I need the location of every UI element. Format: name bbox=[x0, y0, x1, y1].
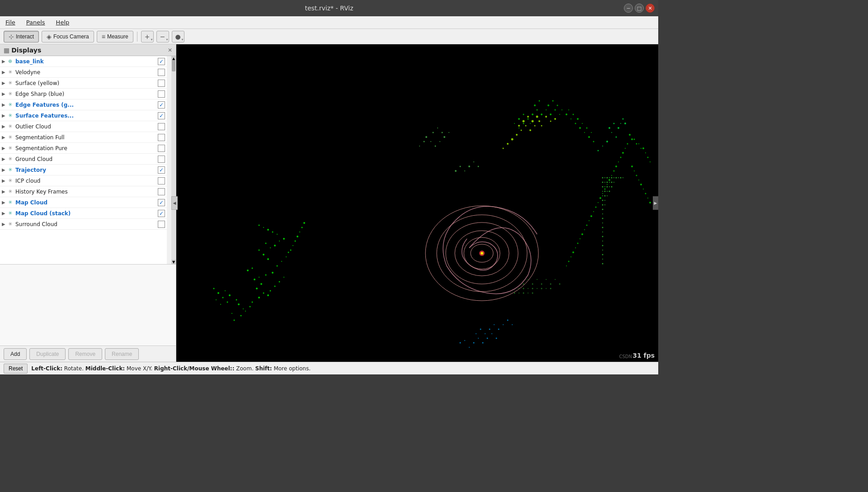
collapse-left-button[interactable]: ◀ bbox=[171, 196, 178, 210]
display-item-icp-cloud[interactable]: ▶ ✳ ICP cloud bbox=[0, 175, 167, 186]
display-checkbox-velodyne[interactable] bbox=[158, 69, 165, 76]
rename-button[interactable]: Rename bbox=[105, 348, 139, 360]
svg-point-63 bbox=[555, 109, 556, 111]
collapse-right-button[interactable]: ▶ bbox=[653, 196, 658, 210]
display-item-edge-sharp-blue[interactable]: ▶ ✳ Edge Sharp (blue) bbox=[0, 89, 167, 99]
display-checkbox-edge-features[interactable]: ✓ bbox=[158, 101, 165, 109]
display-item-map-cloud-stack[interactable]: ▶ ✳ Map Cloud (stack) ✓ bbox=[0, 208, 167, 219]
svg-point-209 bbox=[604, 186, 605, 187]
viewport[interactable]: ▶ 31 fps CSDN bbox=[176, 44, 658, 362]
display-item-surround-cloud[interactable]: ▶ ✳ Surround Cloud bbox=[0, 219, 167, 230]
watermark-text: CSDN bbox=[619, 354, 632, 359]
display-item-surface-yellow[interactable]: ▶ ✳ Surface (yellow) bbox=[0, 78, 167, 89]
svg-point-135 bbox=[647, 198, 648, 199]
display-checkbox-edge-sharp-blue[interactable] bbox=[158, 90, 165, 98]
reset-button[interactable]: Reset bbox=[4, 364, 28, 374]
display-list: ▶ ⊕ base_link ✓ ▶ ✳ Velodyne ▶ ✳ Surface… bbox=[0, 56, 167, 264]
menu-panels[interactable]: Panels bbox=[24, 18, 47, 27]
display-checkbox-surround-cloud[interactable] bbox=[158, 221, 165, 228]
display-item-map-cloud[interactable]: ▶ ✳ Map Cloud ✓ bbox=[0, 197, 167, 208]
display-item-segmentation-full[interactable]: ▶ ✳ Segmentation Full bbox=[0, 132, 167, 143]
svg-point-102 bbox=[622, 152, 624, 154]
interact-button[interactable]: ⊹ Interact bbox=[4, 31, 39, 43]
svg-point-96 bbox=[634, 139, 635, 140]
measure-label: Measure bbox=[107, 33, 128, 40]
svg-point-202 bbox=[602, 182, 604, 183]
minus-button[interactable]: − ▾ bbox=[156, 31, 169, 43]
svg-point-42 bbox=[297, 236, 298, 237]
display-checkbox-icp-cloud[interactable] bbox=[158, 177, 165, 184]
display-type-icon-base-link: ⊕ bbox=[8, 58, 15, 64]
display-item-trajectory[interactable]: ▶ ✳ Trajectory ✓ bbox=[0, 165, 167, 175]
scroll-down-arrow[interactable]: ▼ bbox=[171, 260, 176, 264]
display-checkbox-map-cloud-stack[interactable]: ✓ bbox=[158, 210, 165, 217]
dot-button[interactable]: ● ▾ bbox=[172, 31, 184, 43]
svg-point-144 bbox=[525, 125, 527, 127]
display-list-scrollbar[interactable]: ▲ ▼ bbox=[171, 56, 176, 264]
svg-point-77 bbox=[523, 114, 524, 115]
measure-button[interactable]: ≡ Measure bbox=[97, 31, 133, 43]
maximize-button[interactable]: □ bbox=[635, 4, 644, 13]
display-item-base-link[interactable]: ▶ ⊕ base_link ✓ bbox=[0, 56, 167, 67]
middle-click-action: Move X/Y. bbox=[127, 365, 154, 372]
display-item-history-key-frames[interactable]: ▶ ✳ History Key Frames bbox=[0, 186, 167, 197]
svg-point-39 bbox=[290, 250, 292, 251]
display-checkbox-segmentation-pure[interactable] bbox=[158, 145, 165, 152]
add-button[interactable]: Add bbox=[4, 348, 27, 360]
display-item-surface-features[interactable]: ▶ ✳ Surface Features... ✓ bbox=[0, 110, 167, 121]
display-checkbox-ground-cloud[interactable] bbox=[158, 156, 165, 163]
focus-camera-label: Focus Camera bbox=[53, 33, 89, 40]
focus-camera-button[interactable]: ◈ Focus Camera bbox=[42, 31, 94, 43]
titlebar: test.rviz* - RViz − □ ✕ bbox=[0, 0, 658, 16]
display-type-icon-map-cloud: ✳ bbox=[8, 199, 15, 205]
display-item-velodyne[interactable]: ▶ ✳ Velodyne bbox=[0, 67, 167, 78]
svg-point-99 bbox=[645, 152, 646, 153]
svg-point-176 bbox=[482, 342, 484, 344]
svg-point-242 bbox=[435, 146, 436, 147]
svg-point-170 bbox=[616, 137, 617, 138]
svg-point-84 bbox=[577, 118, 579, 120]
display-checkbox-history-key-frames[interactable] bbox=[158, 188, 165, 195]
svg-point-171 bbox=[606, 141, 608, 142]
window-controls: − □ ✕ bbox=[624, 4, 655, 13]
svg-point-129 bbox=[634, 170, 635, 171]
display-checkbox-map-cloud[interactable]: ✓ bbox=[158, 199, 165, 206]
svg-point-50 bbox=[303, 222, 305, 224]
svg-point-78 bbox=[571, 118, 571, 119]
duplicate-button[interactable]: Duplicate bbox=[29, 348, 66, 360]
remove-button[interactable]: Remove bbox=[68, 348, 102, 360]
svg-point-235 bbox=[602, 259, 603, 260]
pointcloud-visualization bbox=[176, 44, 658, 362]
svg-point-98 bbox=[642, 147, 644, 149]
svg-point-87 bbox=[591, 132, 592, 133]
properties-panel bbox=[0, 264, 176, 345]
close-button[interactable]: ✕ bbox=[646, 4, 655, 13]
svg-point-27 bbox=[236, 299, 237, 301]
display-item-segmentation-pure[interactable]: ▶ ✳ Segmentation Pure bbox=[0, 143, 167, 154]
display-checkbox-trajectory[interactable]: ✓ bbox=[158, 166, 165, 174]
svg-point-181 bbox=[464, 340, 465, 341]
scroll-up-arrow[interactable]: ▲ bbox=[171, 56, 176, 61]
svg-point-270 bbox=[550, 288, 552, 289]
minimize-button[interactable]: − bbox=[624, 4, 633, 13]
status-message: Left-Click: Rotate. Middle-Click: Move X… bbox=[31, 365, 311, 372]
display-checkbox-base-link[interactable]: ✓ bbox=[158, 58, 165, 65]
menu-file[interactable]: File bbox=[4, 18, 17, 27]
displays-close-icon[interactable]: ✕ bbox=[168, 47, 172, 53]
svg-point-196 bbox=[611, 177, 613, 179]
display-checkbox-outlier-cloud[interactable] bbox=[158, 123, 165, 130]
svg-point-58 bbox=[537, 109, 538, 111]
display-checkbox-surface-features[interactable]: ✓ bbox=[158, 112, 165, 119]
display-checkbox-surface-yellow[interactable] bbox=[158, 80, 165, 87]
display-type-icon-ground-cloud: ✳ bbox=[8, 156, 15, 162]
plus-button[interactable]: + ▾ bbox=[141, 31, 154, 43]
svg-point-246 bbox=[424, 141, 425, 142]
svg-point-45 bbox=[267, 229, 269, 231]
display-item-edge-features[interactable]: ▶ ✳ Edge Features (g... ✓ bbox=[0, 99, 167, 110]
svg-point-5 bbox=[270, 290, 271, 292]
displays-title: ▦ Displays bbox=[4, 47, 41, 54]
display-checkbox-segmentation-full[interactable] bbox=[158, 134, 165, 141]
display-item-ground-cloud[interactable]: ▶ ✳ Ground Cloud bbox=[0, 154, 167, 165]
menu-help[interactable]: Help bbox=[54, 18, 71, 27]
display-item-outlier-cloud[interactable]: ▶ ✳ Outlier Cloud bbox=[0, 121, 167, 132]
